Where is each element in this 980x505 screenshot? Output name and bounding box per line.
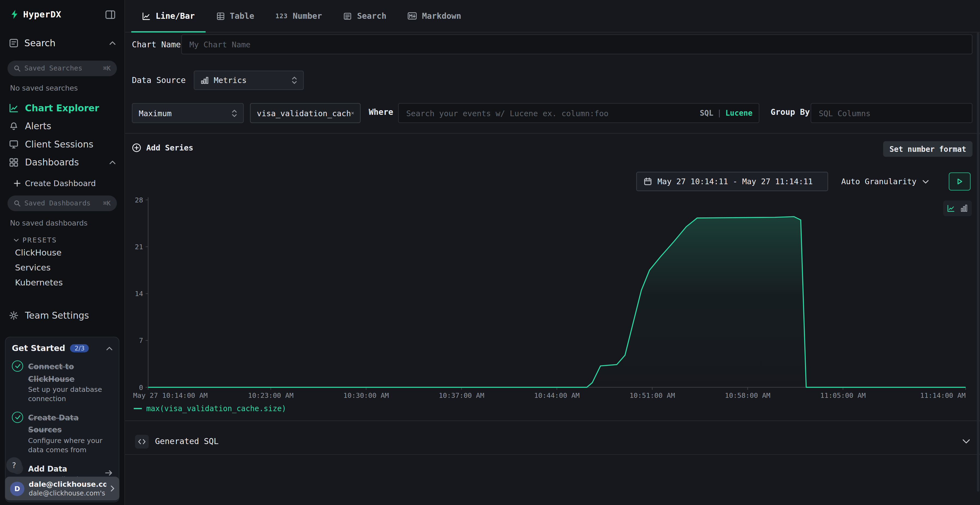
tab-search[interactable]: Search (332, 0, 397, 32)
sidebar-item-client-sessions[interactable]: Client Sessions (0, 135, 124, 153)
timeseries-chart[interactable]: 07142128May 27 10:14:00 AM10:23:00 AM10:… (125, 192, 975, 405)
tab-number[interactable]: 123 Number (265, 0, 332, 32)
create-dashboard-button[interactable]: Create Dashboard (14, 179, 116, 188)
tab-label: Number (293, 11, 322, 21)
svg-text:10:30:00 AM: 10:30:00 AM (343, 392, 389, 399)
svg-text:21: 21 (135, 243, 143, 251)
tab-label: Table (230, 11, 254, 21)
app: HyperDX Search Saved Searches ⌘K No save… (0, 0, 980, 505)
saved-searches-input[interactable]: Saved Searches ⌘K (8, 61, 117, 76)
no-saved-dashboards-text: No saved dashboards (10, 219, 124, 227)
sidebar-item-dashboards[interactable]: Dashboards (0, 153, 124, 171)
svg-text:28: 28 (135, 196, 143, 204)
user-email: dale@clickhouse.com (29, 481, 107, 489)
generated-sql-label: Generated SQL (155, 437, 219, 446)
add-series-label: Add Series (146, 143, 193, 152)
presets-toggle[interactable]: PRESETS (14, 236, 124, 244)
svg-text:11:14:00 AM: 11:14:00 AM (920, 392, 966, 399)
saved-dashboards-placeholder: Saved Dashboards (24, 199, 99, 207)
check-circle-icon (12, 412, 23, 423)
user-menu[interactable]: D dale@clickhouse.com dale@clickhouse.co… (5, 477, 119, 500)
aggregation-select[interactable]: Maximum (132, 103, 243, 123)
table-icon (216, 11, 225, 20)
shortcut-badge: ⌘K (103, 200, 111, 207)
step-title: Create Data Sources (28, 414, 79, 435)
search-icon (14, 65, 21, 72)
preset-kubernetes[interactable]: Kubernetes (0, 275, 124, 290)
no-saved-searches-text: No saved searches (10, 84, 124, 92)
mode-separator: | (717, 108, 722, 117)
chevron-up-icon[interactable] (106, 346, 113, 350)
tab-markdown[interactable]: Markdown (397, 0, 472, 32)
generated-sql-toggle[interactable]: Generated SQL (125, 429, 980, 454)
saved-searches-placeholder: Saved Searches (24, 64, 99, 72)
presets-label: PRESETS (22, 236, 57, 244)
divider (125, 133, 980, 133)
get-started-step-2[interactable]: Create Data Sources Configure where your… (12, 411, 113, 455)
svg-text:10:37:00 AM: 10:37:00 AM (439, 392, 484, 399)
metrics-icon (200, 76, 209, 84)
add-series-button[interactable]: Add Series (132, 143, 193, 152)
chart-name-label: Chart Name (132, 40, 181, 49)
collapse-sidebar-icon[interactable] (105, 10, 116, 19)
avatar: D (10, 481, 24, 496)
arrow-right-icon (105, 470, 113, 476)
get-started-progress-badge: 2/3 (70, 344, 89, 353)
tab-table[interactable]: Table (205, 0, 265, 32)
sidebar-item-chart-explorer[interactable]: Chart Explorer (0, 99, 124, 117)
monitor-icon (9, 139, 19, 149)
get-started-title: Get Started (12, 344, 65, 353)
search-section-label: Search (24, 38, 56, 48)
dashboard-grid-icon (9, 157, 19, 167)
date-range-picker[interactable]: May 27 10:14:11 - May 27 11:14:11 (636, 172, 828, 191)
chart-explorer-main: Line/Bar Table 123 Number Search (125, 0, 980, 505)
app-title: HyperDX (23, 9, 61, 19)
chevron-right-icon (111, 485, 115, 492)
run-query-button[interactable] (949, 173, 970, 191)
svg-text:10:58:00 AM: 10:58:00 AM (725, 392, 770, 399)
number-123-icon: 123 (275, 13, 288, 19)
help-button[interactable]: ? (6, 457, 22, 473)
granularity-select[interactable]: Auto Granularity (836, 172, 934, 191)
lucene-mode-button[interactable]: Lucene (725, 108, 753, 117)
line-chart-icon (142, 11, 151, 20)
chart-name-input[interactable] (181, 34, 973, 54)
chevron-down-icon (963, 439, 970, 443)
sidebar-item-team-settings[interactable]: Team Settings (0, 306, 124, 324)
preset-clickhouse[interactable]: ClickHouse (0, 245, 124, 260)
chevron-down-icon (923, 179, 929, 183)
sidebar-item-alerts[interactable]: Alerts (0, 117, 124, 135)
tab-label: Markdown (422, 11, 461, 21)
user-workspace: dale@clickhouse.com's (29, 489, 107, 497)
data-source-select[interactable]: Metrics (194, 70, 304, 90)
where-label: Where (369, 108, 393, 117)
search-list-icon (9, 38, 19, 48)
saved-dashboards-input[interactable]: Saved Dashboards ⌘K (8, 195, 117, 211)
tab-line-bar[interactable]: Line/Bar (131, 0, 205, 32)
where-input-wrap: SQL | Lucene (398, 103, 759, 123)
chart-type-tabs: Line/Bar Table 123 Number Search (125, 0, 980, 32)
get-started-step-1[interactable]: Connect to ClickHouse Set up your databa… (12, 360, 113, 404)
group-by-input[interactable] (811, 103, 973, 123)
granularity-value: Auto Granularity (841, 177, 916, 186)
step-desc: Configure where your data comes from (28, 437, 113, 455)
select-chevrons-icon (232, 109, 237, 117)
remove-metric-icon[interactable] (351, 110, 354, 116)
svg-text:7: 7 (139, 337, 143, 345)
sql-mode-button[interactable]: SQL (700, 108, 713, 117)
query-language-toggle: SQL | Lucene (700, 103, 753, 123)
tab-label: Search (357, 11, 387, 21)
preset-services[interactable]: Services (0, 260, 124, 275)
metric-tag-chip[interactable]: visa_validation_cach (250, 103, 360, 123)
search-list-icon (343, 11, 352, 20)
scrollbar[interactable] (977, 32, 979, 491)
svg-text:10:23:00 AM: 10:23:00 AM (248, 392, 293, 399)
svg-text:May 27 10:14:00 AM: May 27 10:14:00 AM (133, 392, 208, 399)
chevron-up-icon (110, 160, 116, 164)
plus-icon (14, 180, 21, 187)
team-settings-label: Team Settings (25, 310, 89, 320)
chart-legend: max(visa_validation_cache.size) (134, 404, 286, 413)
set-number-format-button[interactable]: Set number format (883, 141, 973, 157)
search-section-header[interactable]: Search (0, 33, 124, 53)
check-circle-icon (12, 360, 23, 372)
